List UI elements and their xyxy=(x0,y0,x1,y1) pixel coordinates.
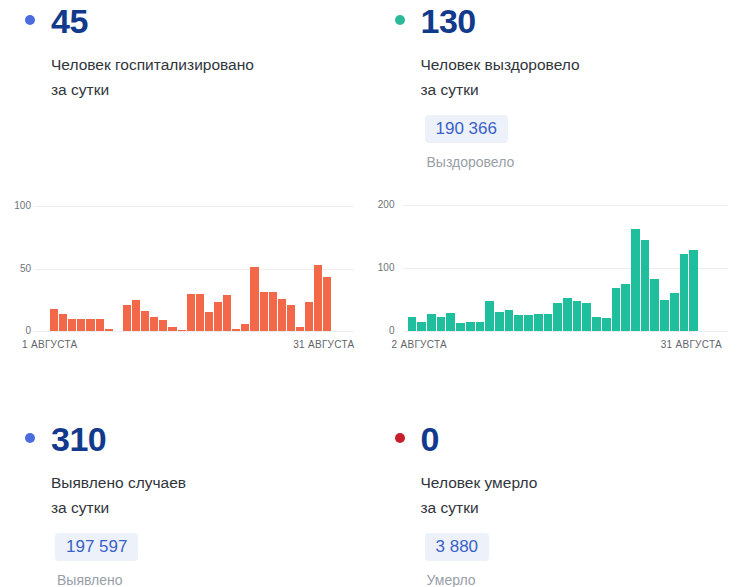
bar[interactable] xyxy=(670,293,679,331)
bar[interactable] xyxy=(437,317,446,331)
bar[interactable] xyxy=(96,319,104,332)
stat-body: Человек выздоровело за сутки 190 366 Выз… xyxy=(421,52,749,170)
died-total-badge: 3 880 xyxy=(425,533,490,561)
panel-recovered: 130 Человек выздоровело за сутки 190 366… xyxy=(375,0,749,400)
y-axis-tick: 200 xyxy=(375,200,395,210)
bar[interactable] xyxy=(250,267,258,331)
bar[interactable] xyxy=(314,265,322,331)
y-axis-tick: 100 xyxy=(375,263,395,273)
bar[interactable] xyxy=(141,311,149,331)
bar[interactable] xyxy=(287,305,295,331)
bars-group xyxy=(50,206,332,331)
bar[interactable] xyxy=(305,302,313,331)
bar[interactable] xyxy=(50,309,58,332)
bar[interactable] xyxy=(680,254,689,331)
detected-label: Выявлено случаев за сутки xyxy=(51,470,375,520)
x-axis-end-label: 31 АВГУСТА xyxy=(293,340,354,350)
y-axis-tick: 0 xyxy=(0,326,31,336)
bar[interactable] xyxy=(485,301,494,331)
bar[interactable] xyxy=(456,323,465,331)
bar[interactable] xyxy=(417,322,426,331)
bar[interactable] xyxy=(159,320,167,331)
bar[interactable] xyxy=(408,317,417,331)
bar[interactable] xyxy=(660,300,669,332)
bar[interactable] xyxy=(612,288,621,331)
bar[interactable] xyxy=(592,317,601,331)
gridline xyxy=(34,331,354,332)
x-axis-end-label: 31 АВГУСТА xyxy=(661,340,722,350)
detected-total-badge: 197 597 xyxy=(55,533,138,561)
x-axis-labels: 2 АВГУСТА31 АВГУСТА xyxy=(392,340,723,350)
x-axis-labels: 1 АВГУСТА31 АВГУСТА xyxy=(22,340,355,350)
bar[interactable] xyxy=(621,284,630,331)
bars-group xyxy=(408,205,699,331)
died-dot-icon xyxy=(395,433,405,443)
bar[interactable] xyxy=(553,303,562,331)
stat-head: 310 xyxy=(25,418,375,460)
bar[interactable] xyxy=(168,327,176,331)
hospitalized-dot-icon xyxy=(25,15,35,25)
stat-head: 130 xyxy=(395,0,749,42)
died-daily-value: 0 xyxy=(421,418,439,460)
bar[interactable] xyxy=(232,329,240,332)
stat-head: 45 xyxy=(25,0,375,42)
bar[interactable] xyxy=(631,229,640,331)
bar[interactable] xyxy=(514,315,523,331)
bar[interactable] xyxy=(205,312,213,331)
bar[interactable] xyxy=(427,314,436,331)
bar[interactable] xyxy=(476,322,485,331)
bar[interactable] xyxy=(187,294,195,332)
bar[interactable] xyxy=(466,322,475,331)
bar[interactable] xyxy=(446,313,455,331)
bar[interactable] xyxy=(278,299,286,332)
stat-body: Человек госпитализировано за сутки xyxy=(51,52,375,102)
bar[interactable] xyxy=(689,250,698,331)
y-axis-tick: 50 xyxy=(0,264,31,274)
recovered-total-label: Выздоровело xyxy=(427,154,749,170)
bar[interactable] xyxy=(241,324,249,332)
panel-died: 0 Человек умерло за сутки 3 880 Умерло xyxy=(375,400,749,587)
bar[interactable] xyxy=(602,318,611,331)
bar[interactable] xyxy=(178,330,186,331)
bar[interactable] xyxy=(86,319,94,332)
bar[interactable] xyxy=(323,277,331,331)
x-axis-start-label: 1 АВГУСТА xyxy=(22,340,77,350)
bar[interactable] xyxy=(105,329,113,332)
bar[interactable] xyxy=(77,319,85,332)
bar[interactable] xyxy=(495,312,504,331)
detected-total-label: Выявлено xyxy=(57,572,375,587)
stat-body: Выявлено случаев за сутки 197 597 Выявле… xyxy=(51,470,375,587)
recovered-total-badge: 190 366 xyxy=(425,115,508,143)
bar[interactable] xyxy=(573,301,582,331)
bar[interactable] xyxy=(223,295,231,331)
bar[interactable] xyxy=(582,303,591,331)
panel-detected: 310 Выявлено случаев за сутки 197 597 Вы… xyxy=(0,400,375,587)
bar[interactable] xyxy=(563,298,572,331)
bar[interactable] xyxy=(196,294,204,332)
hospitalized-label: Человек госпитализировано за сутки xyxy=(51,52,375,102)
bar[interactable] xyxy=(214,302,222,331)
bar[interactable] xyxy=(650,279,659,331)
dashboard: 45 Человек госпитализировано за сутки 05… xyxy=(0,0,749,587)
bar[interactable] xyxy=(123,305,131,331)
bar[interactable] xyxy=(296,327,304,331)
bar[interactable] xyxy=(534,314,543,331)
stat-body: Человек умерло за сутки 3 880 Умерло xyxy=(421,470,749,587)
bar[interactable] xyxy=(269,292,277,331)
bar[interactable] xyxy=(260,292,268,331)
bar[interactable] xyxy=(544,314,553,331)
recovered-label: Человек выздоровело за сутки xyxy=(421,52,749,102)
bar[interactable] xyxy=(150,317,158,331)
detected-daily-value: 310 xyxy=(51,418,106,460)
bar[interactable] xyxy=(524,315,533,331)
bar[interactable] xyxy=(68,319,76,332)
y-axis-tick: 100 xyxy=(0,201,31,211)
bar[interactable] xyxy=(132,300,140,331)
recovered-daily-value: 130 xyxy=(421,0,476,42)
x-axis-start-label: 2 АВГУСТА xyxy=(392,340,447,350)
bar[interactable] xyxy=(59,314,67,332)
bar[interactable] xyxy=(641,240,650,331)
panel-hospitalized: 45 Человек госпитализировано за сутки 05… xyxy=(0,0,375,400)
bar[interactable] xyxy=(505,310,514,331)
stat-head: 0 xyxy=(395,418,749,460)
